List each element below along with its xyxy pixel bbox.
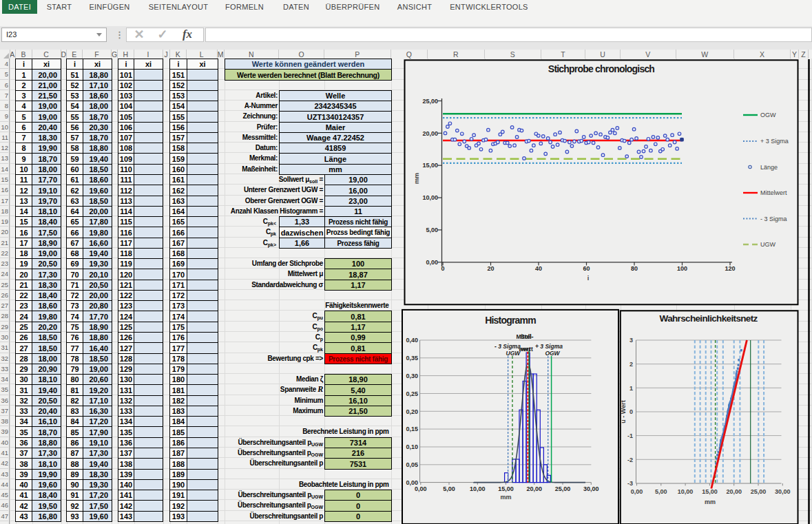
svg-text:Stichprobe chronologisch: Stichprobe chronologisch [548, 63, 655, 74]
svg-text:-3: -3 [627, 480, 633, 487]
svg-text:mm: mm [705, 499, 716, 505]
svg-text:wert: wert [520, 346, 533, 353]
svg-text:Histogramm: Histogramm [485, 315, 536, 326]
svg-text:0: 0 [629, 408, 633, 415]
svg-text:0,00: 0,00 [415, 485, 427, 492]
svg-text:0,40: 0,40 [406, 337, 418, 344]
svg-text:10,00: 10,00 [470, 485, 486, 492]
svg-text:0,00: 0,00 [631, 488, 643, 495]
svg-text:0,30: 0,30 [406, 373, 418, 379]
svg-text:20: 20 [487, 265, 494, 272]
svg-text:2: 2 [629, 361, 633, 368]
svg-text:100: 100 [677, 265, 687, 272]
svg-text:0,10: 0,10 [406, 443, 418, 450]
svg-text:0,25: 0,25 [406, 390, 418, 397]
svg-text:5,00: 5,00 [426, 227, 438, 233]
svg-text:OGW: OGW [760, 112, 776, 118]
svg-text:20,00: 20,00 [527, 485, 543, 492]
svg-text:25,00: 25,00 [422, 98, 438, 105]
svg-text:UGW: UGW [760, 241, 776, 248]
svg-text:15,00: 15,00 [498, 485, 514, 492]
svg-text:0,15: 0,15 [406, 426, 418, 432]
svg-text:5,00: 5,00 [443, 485, 455, 492]
svg-text:i: i [587, 275, 590, 282]
svg-text:Wahrscheinlichkeitsnetz: Wahrscheinlichkeitsnetz [660, 313, 758, 324]
svg-text:-1: -1 [627, 432, 633, 439]
svg-text:0,20: 0,20 [406, 408, 418, 415]
svg-text:-2: -2 [627, 457, 633, 463]
svg-text:0,00: 0,00 [426, 259, 438, 266]
svg-text:15,00: 15,00 [702, 488, 718, 495]
svg-text:60: 60 [583, 265, 590, 272]
svg-text:Mittelwert: Mittelwert [760, 189, 787, 196]
svg-text:30,00: 30,00 [775, 488, 791, 495]
svg-text:mm: mm [413, 173, 420, 184]
svg-text:- 3 Sigma: - 3 Sigma [495, 343, 521, 350]
svg-text:mm: mm [500, 494, 511, 501]
svg-text:+ 3 Sigma: + 3 Sigma [535, 343, 563, 350]
svg-text:OGW: OGW [545, 350, 560, 357]
svg-text:15,00: 15,00 [422, 162, 438, 169]
svg-text:20,00: 20,00 [422, 130, 438, 137]
svg-text:25,00: 25,00 [555, 485, 571, 492]
svg-text:u - Wert: u - Wert [620, 400, 627, 423]
svg-text:Länge: Länge [760, 164, 778, 171]
svg-text:40: 40 [535, 265, 542, 272]
svg-text:5,00: 5,00 [655, 488, 667, 495]
svg-text:80: 80 [631, 265, 638, 272]
svg-text:10,00: 10,00 [678, 488, 694, 495]
svg-text:0,05: 0,05 [406, 461, 418, 468]
svg-text:20,00: 20,00 [726, 488, 742, 495]
svg-text:1: 1 [629, 385, 633, 392]
svg-text:0,35: 0,35 [406, 355, 418, 361]
svg-text:30,00: 30,00 [583, 485, 599, 492]
svg-text:Soll-: Soll- [521, 333, 534, 340]
svg-text:- 3 Sigma: - 3 Sigma [760, 216, 787, 222]
svg-text:+ 3 Sigma: + 3 Sigma [760, 138, 789, 145]
svg-text:0: 0 [441, 265, 444, 272]
svg-text:25,00: 25,00 [751, 488, 767, 495]
svg-text:10,00: 10,00 [422, 194, 438, 201]
svg-text:120: 120 [725, 265, 735, 272]
svg-text:3: 3 [629, 337, 633, 344]
